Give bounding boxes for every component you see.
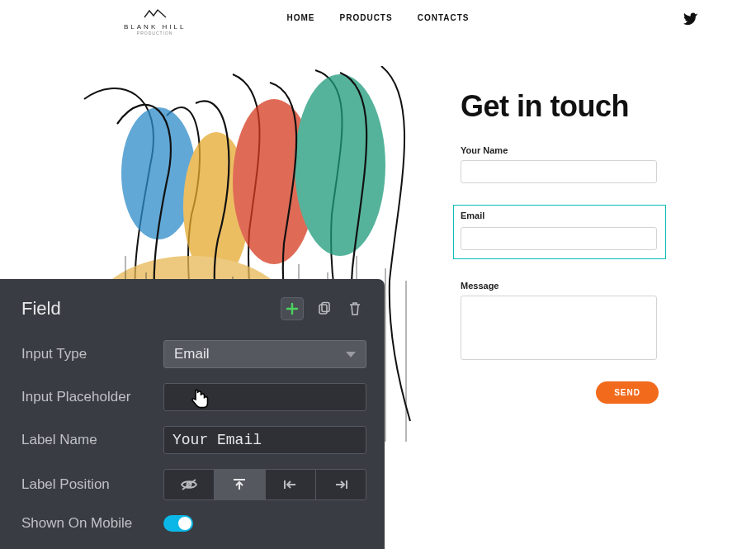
form-group-message: Message [461,281,659,363]
nav-contacts[interactable]: CONTACTS [418,13,470,22]
chevron-down-icon [346,352,356,357]
svg-point-3 [295,74,385,256]
nav-products[interactable]: PRODUCTS [340,13,393,22]
panel-title: Field [21,298,61,319]
brand-sub: PRODUCTION [124,31,186,35]
input-placeholder-label: Input Placeholder [21,389,163,405]
label-position-hidden[interactable] [164,470,215,499]
brand-name: BLANK HILL [124,23,186,31]
delete-button[interactable] [343,297,366,320]
add-field-button[interactable] [281,297,304,320]
shown-mobile-toggle[interactable] [163,515,193,532]
contact-heading: Get in touch [461,89,659,124]
shown-mobile-label: Shown On Mobile [21,515,163,532]
svg-rect-16 [319,305,327,314]
duplicate-button[interactable] [312,297,335,320]
email-input[interactable] [461,227,657,250]
main-nav: HOME PRODUCTS CONTACTS [287,13,470,22]
label-position-top[interactable] [215,470,265,499]
input-placeholder-field[interactable] [163,383,366,411]
label-position-segment [163,469,366,500]
label-position-right[interactable] [316,470,366,499]
label-position-label: Label Position [21,476,163,493]
contact-section: Get in touch Your Name Email Message SEN… [461,89,659,404]
label-position-left[interactable] [266,470,316,499]
message-label: Message [461,281,659,291]
form-group-email[interactable]: Email [453,205,666,259]
input-type-label: Input Type [21,346,163,362]
svg-rect-17 [322,303,329,312]
property-panel: Field Input Type Email Input Placeholder… [0,279,385,549]
label-name-field[interactable] [163,426,366,454]
nav-home[interactable]: HOME [287,13,315,22]
your-name-label: Your Name [461,145,659,155]
send-button[interactable]: SEND [596,381,659,404]
email-label: Email [461,211,659,220]
form-group-name: Your Name [461,145,659,183]
message-textarea[interactable] [461,296,657,360]
input-type-select[interactable]: Email [163,340,366,368]
input-type-value: Email [174,346,210,362]
label-name-label: Label Name [21,432,163,448]
twitter-icon[interactable] [683,12,698,30]
your-name-input[interactable] [461,160,657,183]
brand-logo[interactable]: BLANK HILL PRODUCTION [124,7,186,35]
